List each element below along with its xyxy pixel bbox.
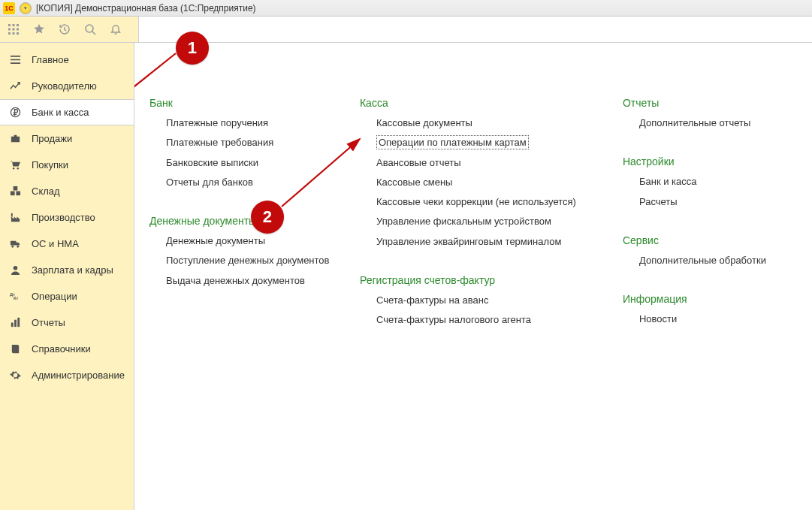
section-title-invoice-reg[interactable]: Регистрация счетов-фактур [360,273,623,291]
sidebar-item-label: Руководителю [32,80,97,92]
link-bank-statements[interactable]: Банковские выписки [166,153,360,173]
sidebar-item-label: Продажи [32,133,72,144]
svg-text:Кт: Кт [14,297,19,301]
bell-icon[interactable] [110,23,122,35]
bar-chart-icon [9,317,21,329]
toolbar-left [0,17,139,42]
link-advance-invoices[interactable]: Счета-фактуры на аванс [376,291,623,310]
content-area: 1 2 Банк Платежные поручения Платежные т… [134,43,812,510]
link-settings-payments[interactable]: Расчеты [639,192,810,212]
app-logo-icon: 1C [3,2,15,14]
svg-point-18 [17,246,19,248]
link-advance-reports[interactable]: Авансовые отчеты [376,153,623,173]
svg-rect-24 [17,318,20,327]
section-title-reports[interactable]: Отчеты [623,95,810,113]
star-icon[interactable] [33,23,45,35]
svg-rect-2 [17,24,19,26]
link-money-docs-issue[interactable]: Выдача денежных документов [166,271,360,291]
link-money-documents[interactable]: Денежные документы [166,231,360,251]
sidebar-item-label: Склад [32,186,60,197]
debit-credit-icon: ДтКт [9,291,21,303]
link-payment-requests[interactable]: Платежные требования [166,133,360,152]
sidebar-item-label: Зарплата и кадры [32,264,113,276]
link-acquiring-terminal[interactable]: Управление эквайринговым терминалом [376,232,623,252]
svg-rect-4 [13,29,15,31]
window-title: [КОПИЯ] Демонстрационная база (1С:Предпр… [36,3,256,14]
link-fiscal-device[interactable]: Управление фискальным устройством [376,212,623,231]
sidebar-item-warehouse[interactable]: Склад [0,178,134,204]
truck-icon [9,238,21,250]
link-money-docs-receipt[interactable]: Поступление денежных документов [166,251,360,270]
sidebar-item-assets[interactable]: ОС и НМА [0,231,134,257]
sidebar-item-admin[interactable]: Администрирование [0,362,134,388]
ruble-icon [9,107,21,119]
link-card-operations[interactable]: Операции по платежным картам [376,133,623,152]
column-2: Касса Кассовые документы Операции по пла… [360,95,623,351]
svg-rect-7 [13,32,15,35]
sidebar-item-bank-cash[interactable]: Банк и касса [0,99,134,125]
svg-rect-16 [11,213,12,217]
sidebar-item-label: ОС и НМА [32,238,79,249]
link-cash-documents[interactable]: Кассовые документы [376,113,623,133]
sidebar-item-label: Покупки [32,159,68,171]
apps-icon[interactable] [8,23,20,35]
link-additional-processing[interactable]: Дополнительные обработки [639,251,810,270]
sidebar-item-production[interactable]: Производство [0,204,134,231]
link-additional-reports[interactable]: Дополнительные отчеты [639,113,810,133]
svg-rect-8 [17,32,19,35]
svg-rect-14 [16,192,20,196]
annotation-marker-2: 2 [251,201,284,234]
app-menu-dropdown[interactable]: ▾ [20,2,32,14]
sidebar-item-directories[interactable]: Справочники [0,336,134,362]
sidebar-item-label: Администрирование [32,370,125,381]
gear-icon [9,370,21,382]
link-payment-orders[interactable]: Платежные поручения [166,113,360,133]
sidebar: Главное Руководителю Банк и касса Продаж… [0,43,134,510]
svg-point-12 [17,167,18,169]
briefcase-icon [9,133,21,145]
sidebar-item-label: Производство [32,212,95,223]
section-title-cash[interactable]: Касса [360,95,623,113]
svg-rect-23 [14,320,17,327]
sidebar-item-label: Отчеты [32,317,65,328]
history-icon[interactable] [59,23,71,35]
svg-rect-15 [13,186,17,191]
link-news[interactable]: Новости [639,309,810,329]
sidebar-item-purchases[interactable]: Покупки [0,152,134,178]
search-icon[interactable] [84,23,96,35]
sidebar-item-label: Справочники [32,343,91,355]
sidebar-item-sales[interactable]: Продажи [0,125,134,152]
sidebar-item-main[interactable]: Главное [0,47,134,73]
sidebar-item-operations[interactable]: ДтКт Операции [0,283,134,309]
menu-icon [9,54,21,66]
svg-point-19 [13,266,17,270]
link-settings-bank-cash[interactable]: Банк и касса [639,172,810,192]
top-toolbar [0,17,812,43]
sidebar-item-label: Банк и касса [32,107,89,118]
person-icon [9,264,21,276]
svg-rect-0 [8,24,11,26]
link-reports-for-banks[interactable]: Отчеты для банков [166,173,360,192]
link-cash-shifts[interactable]: Кассовые смены [376,173,623,192]
sidebar-item-hr[interactable]: Зарплата и кадры [0,257,134,283]
section-title-bank[interactable]: Банк [149,95,360,113]
chart-line-icon [9,80,21,92]
sidebar-item-manager[interactable]: Руководителю [0,73,134,99]
title-bar: 1C ▾ [КОПИЯ] Демонстрационная база (1С:П… [0,0,812,17]
link-correction-receipts[interactable]: Кассовые чеки коррекции (не используется… [376,192,623,212]
sidebar-item-label: Операции [32,291,77,302]
column-3: Отчеты Дополнительные отчеты Настройки Б… [623,95,810,351]
sidebar-item-label: Главное [32,54,69,65]
svg-point-17 [11,246,14,248]
svg-rect-3 [8,29,11,31]
factory-icon [9,212,21,224]
section-title-service[interactable]: Сервис [623,233,810,251]
svg-rect-5 [17,29,19,31]
link-tax-agent-invoices[interactable]: Счета-фактуры налогового агента [376,310,623,330]
svg-point-9 [86,25,93,32]
cart-icon [9,159,21,171]
section-title-settings[interactable]: Настройки [623,154,810,172]
section-title-info[interactable]: Информация [623,291,810,309]
body: Главное Руководителю Банк и касса Продаж… [0,43,812,510]
sidebar-item-reports[interactable]: Отчеты [0,309,134,336]
